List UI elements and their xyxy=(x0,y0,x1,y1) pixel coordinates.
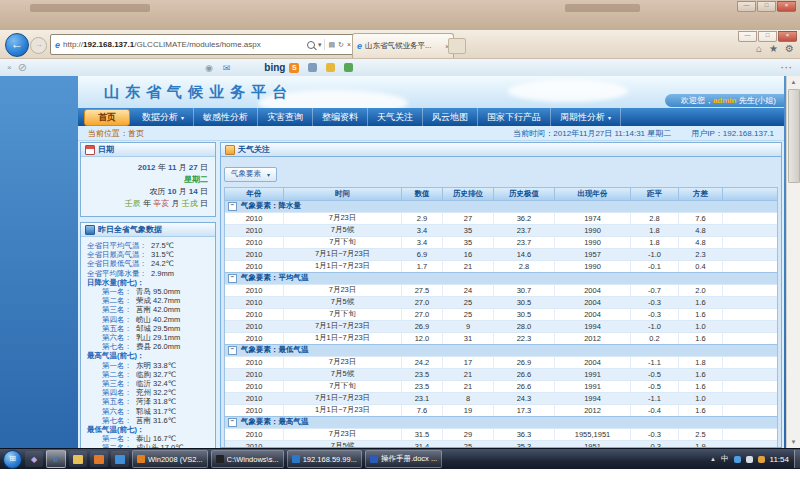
minimize-icon[interactable]: — xyxy=(737,1,756,12)
nav-item-1[interactable]: 首页 xyxy=(84,109,130,126)
table-cell: 7.6 xyxy=(402,405,443,416)
rank-row: 第七名：莒南 31.6℃ xyxy=(87,416,213,425)
table-cell: 2010 xyxy=(225,405,284,416)
address-bar[interactable]: e http://192.168.137.1/GLCCLIMATE/module… xyxy=(50,34,356,55)
start-button[interactable]: ⊞ xyxy=(3,450,22,469)
scroll-down-icon[interactable]: ▼ xyxy=(787,436,800,448)
collapse-icon[interactable]: − xyxy=(228,202,237,211)
home-icon[interactable]: ⌂ xyxy=(756,43,762,54)
search-badge-icon[interactable]: S xyxy=(289,63,299,73)
nav-item-7[interactable]: 风云地图 xyxy=(423,108,478,126)
nav-item-5[interactable]: 整编资料 xyxy=(313,108,368,126)
search-icon[interactable] xyxy=(307,41,315,49)
taskbar-window-button[interactable]: Win2008 (VS2... xyxy=(132,450,208,468)
table-group-header[interactable]: −气象要素：最低气温 xyxy=(225,344,777,356)
table-cell: -0.1 xyxy=(631,261,679,272)
table-group-header[interactable]: −气象要素：平均气温 xyxy=(225,272,777,284)
volume-icon[interactable] xyxy=(746,456,753,463)
nav-item-6[interactable]: 天气关注 xyxy=(368,108,423,126)
main-panel-header: 天气关注 xyxy=(220,142,782,157)
weather-table: 年份时间数值历史排位历史极值出现年份距平方差−气象要素：降水量20107月23日… xyxy=(224,187,778,449)
table-cell: 1994 xyxy=(555,321,631,332)
forward-button[interactable]: → xyxy=(30,37,47,54)
taskbar-explorer-icon[interactable] xyxy=(69,451,87,467)
taskbar-browser-icon[interactable] xyxy=(111,451,129,467)
yesterday-weather-panel: 昨日全省气象数据 全省日平均气温：27.5℃全省日最高气温：31.5℃全省日最低… xyxy=(80,222,216,448)
breadcrumb[interactable]: 当前位置：首页 xyxy=(88,128,144,139)
settings-gear-icon[interactable]: ⚙ xyxy=(785,43,794,54)
maximize-icon[interactable]: □ xyxy=(758,31,777,42)
table-cell: 1955,1951 xyxy=(555,429,631,440)
table-cell: 14.6 xyxy=(494,249,555,260)
table-row: 20107月23日2.92736.219742.87.6 xyxy=(225,212,777,224)
table-cell: 1.0 xyxy=(679,321,723,332)
back-button[interactable]: ← xyxy=(5,33,29,57)
background-window-controls: — □ × xyxy=(737,1,796,12)
pinned-app-icon[interactable]: ◆ xyxy=(25,451,43,467)
table-row: 20107月1日~7月23日26.9928.01994-1.01.0 xyxy=(225,320,777,332)
action-center-flag-icon[interactable] xyxy=(758,456,765,463)
stop-icon[interactable]: × xyxy=(347,41,351,48)
close-icon[interactable]: × xyxy=(777,1,796,12)
nav-item-8[interactable]: 国家下行产品 xyxy=(478,108,551,126)
weather-element-button[interactable]: 气象要素 ▾ xyxy=(224,167,277,182)
addon-logo-icon[interactable]: ⊘ xyxy=(18,61,27,74)
nav-item-2[interactable]: 数据分析▾ xyxy=(133,108,194,126)
table-cell: 27.5 xyxy=(402,285,443,296)
ganzhi-line: 壬辰 年 辛亥 月 壬戌 日 xyxy=(85,198,208,210)
collapse-icon[interactable]: − xyxy=(228,346,237,355)
addon-icon-3[interactable] xyxy=(344,63,353,72)
welcome-bar: 欢迎您，admin 先生(小姐) xyxy=(665,94,784,107)
table-cell: 1.0 xyxy=(679,393,723,404)
browser-tab[interactable]: e 山东省气候业务平... × xyxy=(352,33,454,58)
caret-down-icon: ▾ xyxy=(608,115,611,121)
network-icon[interactable] xyxy=(734,456,741,463)
table-group-header[interactable]: −气象要素：最高气温 xyxy=(225,416,777,428)
table-cell: 2004 xyxy=(555,357,631,368)
page-scrollbar[interactable]: ▲ ▼ xyxy=(786,76,800,448)
show-desktop-button[interactable] xyxy=(794,450,800,468)
table-group-header[interactable]: −气象要素：降水量 xyxy=(225,200,777,212)
table-cell: 2.3 xyxy=(679,249,723,260)
active-ie-taskbar-icon[interactable]: e xyxy=(46,450,66,468)
refresh-icon[interactable]: ↻ xyxy=(338,41,344,49)
taskbar-media-player-icon[interactable] xyxy=(90,451,108,467)
mail-icon[interactable]: ✉ xyxy=(223,63,231,73)
minimize-icon[interactable]: — xyxy=(738,31,757,42)
url-text: http://192.168.137.1/GLCCLIMATE/modules/… xyxy=(63,40,304,49)
toolbar-close-icon[interactable]: × xyxy=(7,63,12,72)
addon-icon-1[interactable] xyxy=(308,63,317,72)
taskbar-window-button[interactable]: C:\Windows\s... xyxy=(211,450,284,468)
table-cell: 1994 xyxy=(555,393,631,404)
taskbar-clock[interactable]: 11:54 xyxy=(770,455,789,464)
table-cell: 2010 xyxy=(225,297,284,308)
date-panel-header: 日期 xyxy=(81,143,215,157)
table-cell: 1.6 xyxy=(679,369,723,380)
more-options-icon[interactable]: ··· xyxy=(781,63,793,73)
chevron-down-icon[interactable]: ▾ xyxy=(318,41,322,49)
rank-row: 第二名：临朐 32.7℃ xyxy=(87,370,213,379)
close-icon[interactable]: × xyxy=(778,31,797,42)
nav-item-4[interactable]: 灾害查询 xyxy=(258,108,313,126)
screenshot-camera-icon[interactable]: ◉ xyxy=(205,63,213,73)
new-tab-button[interactable] xyxy=(448,38,466,54)
nav-item-3[interactable]: 敏感性分析 xyxy=(194,108,258,126)
bing-logo[interactable]: bing xyxy=(264,62,285,73)
collapse-icon[interactable]: − xyxy=(228,274,237,283)
rank-row: 第五名：菏泽 31.8℃ xyxy=(87,397,213,406)
favorites-star-icon[interactable]: ★ xyxy=(769,43,778,54)
scroll-up-icon[interactable]: ▲ xyxy=(787,76,800,88)
table-cell: 2010 xyxy=(225,225,284,236)
taskbar-window-button[interactable]: 操作手册.docx ... xyxy=(365,450,442,468)
table-header-row: 年份时间数值历史排位历史极值出现年份距平方差 xyxy=(225,188,777,200)
language-indicator[interactable]: 中 xyxy=(721,454,729,464)
addon-icon-2[interactable] xyxy=(326,63,335,72)
maximize-icon[interactable]: □ xyxy=(757,1,776,12)
table-cell: -1.0 xyxy=(631,321,679,332)
taskbar-window-button[interactable]: 192.168.59.99... xyxy=(287,450,362,468)
compatibility-icon[interactable]: ▤ xyxy=(328,41,335,49)
scrollbar-thumb[interactable] xyxy=(788,89,800,183)
hidden-icons-arrow[interactable]: ▲ xyxy=(710,456,716,462)
collapse-icon[interactable]: − xyxy=(228,418,237,427)
nav-item-9[interactable]: 周期性分析▾ xyxy=(551,108,621,126)
